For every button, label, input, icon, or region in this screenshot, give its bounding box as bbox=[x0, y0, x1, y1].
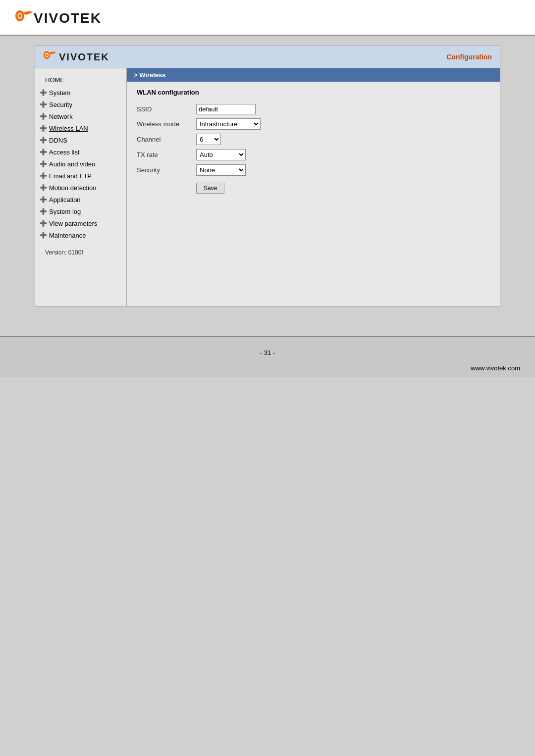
expand-icon-audio: ➕ bbox=[39, 160, 47, 168]
top-logo-text: VIVOTEK bbox=[34, 10, 102, 26]
svg-point-2 bbox=[18, 14, 21, 18]
select-channel[interactable]: 123 456 789 1011 bbox=[196, 134, 221, 145]
main-wrapper: VIVOTEK Configuration HOME ➕ System ➕ Se… bbox=[0, 36, 535, 316]
inner-body: HOME ➕ System ➕ Security ➕ Network ➕ Wir… bbox=[35, 68, 500, 306]
sidebar-item-motion[interactable]: ➕ Motion detection bbox=[35, 182, 126, 194]
sidebar-item-security[interactable]: ➕ Security bbox=[35, 99, 126, 110]
label-channel: Channel bbox=[137, 132, 196, 147]
sidebar-label-email: Email and FTP bbox=[49, 172, 92, 180]
section-title: WLAN configuration bbox=[137, 89, 490, 96]
config-label: Configuration bbox=[446, 53, 492, 61]
sidebar-label-application: Application bbox=[49, 196, 81, 203]
sidebar: HOME ➕ System ➕ Security ➕ Network ➕ Wir… bbox=[35, 68, 127, 306]
sidebar-home[interactable]: HOME bbox=[35, 73, 126, 87]
content-section: WLAN configuration SSID Wireless mode bbox=[127, 82, 500, 202]
sidebar-label-wireless: Wireless LAN bbox=[49, 125, 88, 132]
expand-icon-email: ➕ bbox=[39, 172, 47, 180]
sidebar-item-email-ftp[interactable]: ➕ Email and FTP bbox=[35, 170, 126, 182]
sidebar-item-wireless-lan[interactable]: ➕ Wireless LAN bbox=[35, 122, 126, 134]
label-wireless-mode: Wireless mode bbox=[137, 116, 196, 132]
expand-icon-maintenance: ➕ bbox=[39, 231, 47, 239]
website-url: www.vivotek.com bbox=[0, 361, 535, 377]
expand-icon-application: ➕ bbox=[39, 196, 47, 203]
top-header: VIVOTEK bbox=[0, 0, 535, 36]
select-security[interactable]: None WEP WPA-PSK bbox=[196, 164, 246, 176]
sidebar-label-viewparams: View parameters bbox=[49, 220, 97, 227]
sidebar-item-system[interactable]: ➕ System bbox=[35, 87, 126, 99]
expand-icon-security: ➕ bbox=[39, 101, 47, 108]
main-content: > Wireless WLAN configuration SSID Wirel… bbox=[127, 68, 500, 306]
sidebar-label-security: Security bbox=[49, 101, 72, 108]
sidebar-label-ddns: DDNS bbox=[49, 137, 67, 144]
sidebar-item-system-log[interactable]: ➕ System log bbox=[35, 205, 126, 217]
sidebar-item-ddns[interactable]: ➕ DDNS bbox=[35, 134, 126, 146]
label-security: Security bbox=[137, 162, 196, 178]
sidebar-version: Version: 0100f bbox=[35, 241, 126, 260]
sidebar-item-application[interactable]: ➕ Application bbox=[35, 194, 126, 205]
wlan-form: SSID Wireless mode Infrastructure Ad-Hoc bbox=[137, 102, 265, 196]
sidebar-item-maintenance[interactable]: ➕ Maintenance bbox=[35, 229, 126, 241]
bottom-footer: - 31 - www.vivotek.com bbox=[0, 336, 535, 377]
label-tx-rate: TX rate bbox=[137, 147, 196, 162]
save-row: Save bbox=[137, 178, 265, 196]
sidebar-label-access: Access list bbox=[49, 149, 79, 156]
sidebar-label-syslog: System log bbox=[49, 208, 81, 215]
expand-icon-wireless: ➕ bbox=[39, 124, 47, 132]
svg-point-5 bbox=[46, 54, 48, 56]
sidebar-item-audio-video[interactable]: ➕ Audio and video bbox=[35, 158, 126, 170]
inner-logo-bird-icon bbox=[43, 50, 57, 64]
expand-icon-system: ➕ bbox=[39, 89, 47, 97]
expand-icon-syslog: ➕ bbox=[39, 207, 47, 215]
inner-logo-text: VIVOTEK bbox=[59, 51, 109, 63]
field-channel: Channel 123 456 789 1011 bbox=[137, 132, 265, 147]
logo-bird-icon bbox=[15, 9, 34, 28]
sidebar-item-access-list[interactable]: ➕ Access list bbox=[35, 146, 126, 158]
expand-icon-viewparams: ➕ bbox=[39, 219, 47, 227]
sidebar-label-maintenance: Maintenance bbox=[49, 232, 86, 239]
expand-icon-access: ➕ bbox=[39, 148, 47, 156]
sidebar-label-motion: Motion detection bbox=[49, 184, 96, 192]
page-number: - 31 - bbox=[0, 344, 535, 361]
expand-icon-network: ➕ bbox=[39, 112, 47, 120]
field-tx-rate: TX rate Auto 1Mbps 2Mbps 5.5Mbps 11Mbps bbox=[137, 147, 265, 162]
sidebar-label-system: System bbox=[49, 89, 70, 97]
field-ssid: SSID bbox=[137, 102, 265, 116]
select-wireless-mode[interactable]: Infrastructure Ad-Hoc bbox=[196, 118, 261, 130]
expand-icon-motion: ➕ bbox=[39, 184, 47, 192]
top-logo: VIVOTEK bbox=[15, 9, 520, 28]
inner-panel-header: VIVOTEK Configuration bbox=[35, 46, 500, 68]
save-button[interactable]: Save bbox=[196, 183, 224, 194]
sidebar-item-network[interactable]: ➕ Network bbox=[35, 110, 126, 122]
field-security: Security None WEP WPA-PSK bbox=[137, 162, 265, 178]
sidebar-item-view-params[interactable]: ➕ View parameters bbox=[35, 217, 126, 229]
expand-icon-ddns: ➕ bbox=[39, 136, 47, 144]
field-wireless-mode: Wireless mode Infrastructure Ad-Hoc bbox=[137, 116, 265, 132]
inner-panel: VIVOTEK Configuration HOME ➕ System ➕ Se… bbox=[35, 46, 500, 306]
select-tx-rate[interactable]: Auto 1Mbps 2Mbps 5.5Mbps 11Mbps bbox=[196, 149, 246, 160]
sidebar-label-audio: Audio and video bbox=[49, 160, 95, 168]
breadcrumb: > Wireless bbox=[127, 68, 500, 82]
input-ssid[interactable] bbox=[196, 104, 256, 114]
sidebar-label-network: Network bbox=[49, 113, 73, 120]
label-ssid: SSID bbox=[137, 102, 196, 116]
inner-logo: VIVOTEK bbox=[43, 50, 109, 64]
